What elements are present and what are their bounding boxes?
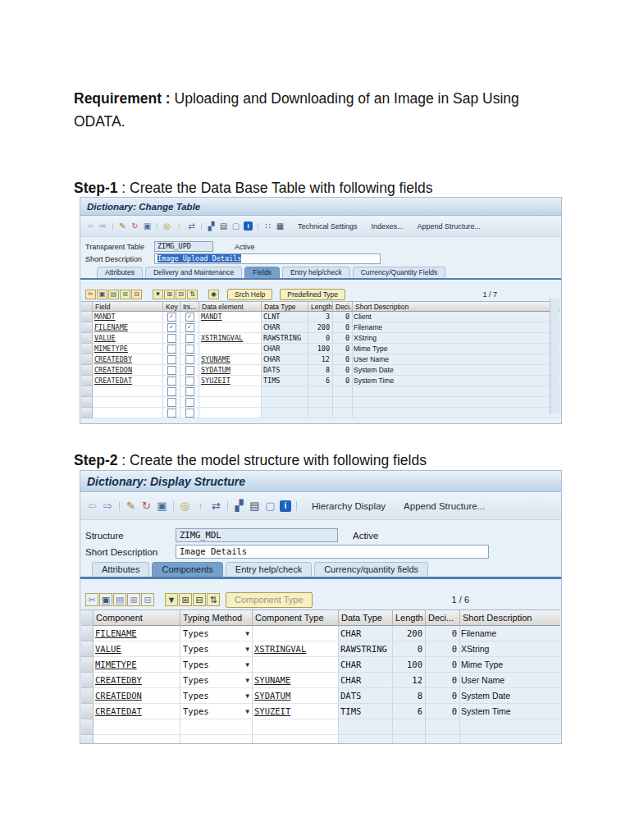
cell-data-element[interactable] [199,344,262,354]
column-header-length[interactable]: Length [393,610,426,626]
row-selector[interactable] [81,322,93,333]
row-selector[interactable] [81,626,94,641]
cell-field[interactable] [93,397,163,408]
delete-field-icon[interactable]: ⊟ [176,290,186,299]
cell-key[interactable] [163,322,180,333]
key-checkbox[interactable] [167,355,176,364]
cell-short-description[interactable]: XString [353,333,560,344]
cell-deci[interactable]: 0 [426,704,460,719]
insert-row-icon[interactable]: ⊞ [127,593,140,606]
cell-deci[interactable]: 0 [426,673,460,688]
filename-link[interactable]: FILENAME [94,628,137,638]
sort-icon[interactable]: ⇅ [207,593,220,606]
info-icon[interactable]: i [280,500,291,512]
short-description-input[interactable]: Image Details [176,545,489,559]
cell-ini[interactable] [180,376,199,386]
cell-typing-method[interactable]: Types▼ [180,641,253,657]
dropdown-caret-icon[interactable]: ▼ [245,646,252,653]
syuzeit-link[interactable]: SYUZEIT [199,377,231,385]
cell-component[interactable] [94,735,180,744]
column-header-data-element[interactable]: Data element [199,302,262,312]
ini-checkbox[interactable] [185,377,194,386]
syuname-link[interactable]: SYUNAME [199,355,231,363]
cell-ini[interactable] [180,344,199,354]
cell-component[interactable]: MIMETYPE [94,657,180,673]
cell-deci[interactable]: 0 [333,333,353,344]
where-used-icon[interactable]: ◎ [161,220,173,233]
cell-key[interactable] [163,333,180,344]
row-selector[interactable] [81,397,93,408]
cell-length[interactable]: 8 [308,365,333,376]
cell-deci[interactable]: 0 [426,657,460,673]
tab-components[interactable]: Components [152,562,222,577]
mandt-link[interactable]: MANDT [199,313,222,321]
cell-length[interactable]: 0 [308,333,333,344]
ini-checkbox[interactable] [185,323,194,332]
display-change-icon[interactable]: ✎ [116,220,129,233]
sydatum-link[interactable]: SYDATUM [199,366,231,374]
select-block-icon[interactable]: ▼ [153,290,163,299]
value-link[interactable]: VALUE [93,334,116,342]
cell-ini[interactable] [180,397,199,408]
back-icon[interactable]: ⇦ [84,220,97,233]
tab-entry-help-check[interactable]: Entry help/check [282,267,350,278]
cell-data-element[interactable]: MANDT [199,312,262,322]
predefined-type-button[interactable]: Predefined Type [280,289,345,300]
sydatum-link[interactable]: SYDATUM [253,691,290,701]
cell-short-description[interactable]: System Date [353,365,560,376]
syuname-link[interactable]: SYUNAME [253,675,290,685]
row-selector[interactable] [81,641,94,657]
cell-short-description[interactable]: System Time [353,376,560,386]
key-checkbox[interactable] [167,345,176,354]
cell-component-type[interactable]: SYDATUM [253,688,339,704]
cell-component-type[interactable] [253,657,339,673]
cell-short-description[interactable]: Client [353,312,560,322]
cell-data-type[interactable]: RAWSTRING [339,641,393,657]
dropdown-caret-icon[interactable]: ▼ [245,661,252,669]
tab-entry-help-check[interactable]: Entry help/check [226,562,312,577]
cell-key[interactable] [163,376,180,386]
delete-field-icon[interactable]: ⊟ [193,593,206,606]
cell-data-type[interactable]: CHAR [262,344,308,354]
locate-icon[interactable]: ↑ [173,220,185,233]
createdon-link[interactable]: CREATEDON [94,691,142,701]
xstringval-link[interactable]: XSTRINGVAL [199,334,243,342]
key-checkbox[interactable] [167,398,176,407]
delete-row-icon[interactable]: ⊟ [131,290,142,299]
cell-field[interactable]: VALUE [93,333,163,344]
indexes-button[interactable]: Indexes... [372,222,404,231]
cell-key[interactable] [163,312,180,322]
cell-length[interactable]: 12 [308,354,333,365]
navigate-icon[interactable]: ⇄ [185,220,198,233]
hierarchy-display-button[interactable]: Hierarchy Display [312,501,386,511]
cell-key[interactable] [163,354,180,365]
row-selector[interactable] [81,735,94,744]
cell-length[interactable]: 3 [308,312,333,322]
cell-ini[interactable] [180,386,199,397]
cell-component[interactable]: VALUE [94,641,180,657]
cell-short-description[interactable]: User Name [353,354,560,365]
navigate-icon[interactable]: ⇄ [208,498,224,514]
cell-deci[interactable] [333,386,353,397]
cell-key[interactable] [163,386,180,397]
createdat-link[interactable]: CREATEDAT [93,377,132,385]
cell-field[interactable]: CREATEDBY [93,354,163,365]
tab-attributes[interactable]: Attributes [92,562,149,577]
copy-object-icon[interactable]: ▣ [141,220,153,233]
cell-data-element[interactable] [199,397,262,408]
cell-data-element[interactable] [199,386,262,397]
cell-data-type[interactable]: CHAR [339,673,393,688]
cell-data-type[interactable]: DATS [339,688,393,704]
cell-field[interactable]: CREATEDAT [93,376,163,386]
print-icon[interactable]: ▤ [247,498,262,514]
cell-short-description[interactable]: System Date [460,688,560,704]
select-block-icon[interactable]: ▼ [165,593,178,606]
row-selector[interactable] [81,376,93,386]
cell-data-type[interactable]: CHAR [339,626,393,641]
key-checkbox[interactable] [167,366,176,375]
cell-length[interactable]: 100 [393,657,426,673]
ini-checkbox[interactable] [185,334,194,343]
cell-short-description[interactable] [460,735,560,744]
filename-link[interactable]: FILENAME [93,323,128,331]
cells-icon[interactable]: ▢ [230,220,242,233]
